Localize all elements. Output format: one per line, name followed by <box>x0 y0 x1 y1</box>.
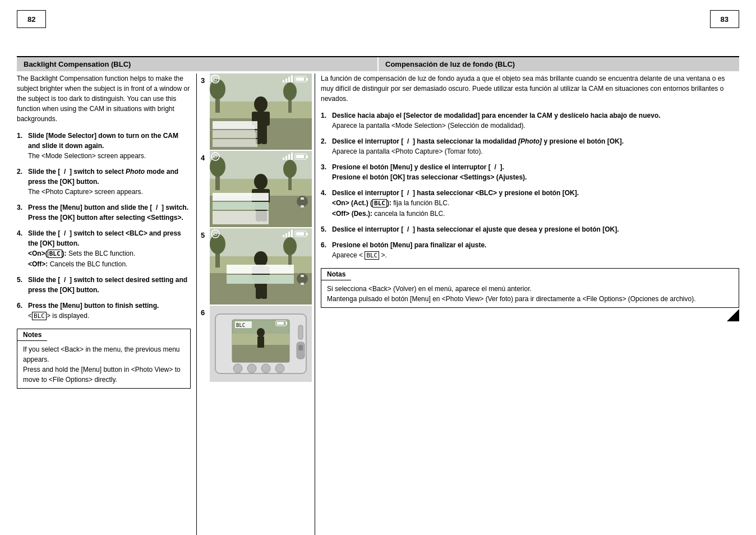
camera-svg-3 <box>210 73 312 150</box>
page-number-left: 82 <box>17 10 46 28</box>
svg-point-61 <box>283 237 297 255</box>
notas-box: Notas Si selecciona <Back> (Volver) en e… <box>321 268 739 308</box>
center-column: 3 <box>196 73 315 535</box>
step-content-4: Slide the [ / ] switch to select <BLC> a… <box>28 228 191 269</box>
right-step-content-3: Presione el botón [Menu] y deslice el in… <box>332 162 739 182</box>
svg-rect-72 <box>296 232 304 236</box>
right-step-title-6: Presione el botón [Menu] para finalizar … <box>332 241 486 249</box>
right-step-num-1: 1. <box>321 110 332 131</box>
right-step-content-5: Deslice el interruptor [ / ] hasta selec… <box>332 224 739 234</box>
svg-text:BLC: BLC <box>236 322 245 328</box>
right-step-sub-2: Aparece la pantalla <Photo Capture> (Tom… <box>332 147 483 155</box>
step-title-5: Slide the [ / ] switch to select desired… <box>28 276 187 294</box>
svg-rect-94 <box>298 325 303 339</box>
notes-title: Notes <box>17 329 47 341</box>
step-title-2: Slide the [ / ] switch to select Photo m… <box>28 168 178 186</box>
notes-box: Notes If you select <Back> in the menu, … <box>17 329 191 389</box>
left-column: The Backlight Compensation function help… <box>17 73 196 535</box>
notas-line-2: Mantenga pulsado el botón [Menu] en <Pho… <box>327 294 733 304</box>
right-step-2: 2. Deslice el interruptor [ / ] hasta se… <box>321 136 739 156</box>
svg-point-99 <box>261 364 270 373</box>
right-steps: 1. Deslice hacia abajo el [Selector de m… <box>321 110 739 260</box>
svg-rect-48 <box>213 193 269 201</box>
svg-rect-76 <box>291 230 293 237</box>
svg-rect-77 <box>227 265 294 274</box>
panel-step-3: 3 <box>200 73 312 150</box>
right-step-content-1: Deslice hacia abajo el [Selector de moda… <box>332 110 739 131</box>
step-num-5: 5. <box>17 275 28 295</box>
svg-rect-24 <box>213 130 257 138</box>
svg-rect-80 <box>301 275 304 277</box>
step-num-1: 1. <box>17 131 28 161</box>
svg-rect-71 <box>306 233 308 236</box>
svg-rect-43 <box>296 155 304 158</box>
step-num-6: 6. <box>17 301 28 321</box>
right-step-num-6: 6. <box>321 240 332 261</box>
step-content-3: Press the [Menu] button and slide the [ … <box>28 202 191 223</box>
svg-rect-42 <box>306 155 308 158</box>
left-step-1: 1. Slide [Mode Selector] down to turn on… <box>17 131 191 161</box>
step-sub-4b: <Off>: Cancels the BLC function. <box>28 260 127 268</box>
right-step-6: 6. Presione el botón [Menu] para finaliz… <box>321 240 739 261</box>
svg-rect-73 <box>283 235 284 237</box>
panel-3-img <box>210 73 312 150</box>
step-sub-4a: <On>(BLC): Sets the BLC function. <box>28 250 135 257</box>
svg-rect-51 <box>213 219 269 224</box>
svg-rect-88 <box>257 336 264 348</box>
svg-rect-49 <box>213 202 269 210</box>
step-num-2: 2. <box>17 167 28 197</box>
right-step-sub-4b: <Off> (Des.): cancela la función BLC. <box>332 210 445 218</box>
step-content-1: Slide [Mode Selector] down to turn on th… <box>28 131 191 161</box>
svg-point-100 <box>275 364 284 373</box>
notas-content: Si selecciona <Back> (Volver) en el menú… <box>321 280 739 307</box>
svg-point-6 <box>283 82 297 100</box>
panel-6-num: 6 <box>201 308 205 317</box>
left-intro: The Backlight Compensation function help… <box>17 73 191 124</box>
svg-point-33 <box>254 174 268 190</box>
main-content: The Backlight Compensation function help… <box>0 73 756 535</box>
svg-rect-75 <box>288 232 290 237</box>
svg-rect-66 <box>256 287 261 299</box>
svg-point-97 <box>233 364 242 373</box>
right-step-title-5: Deslice el interruptor [ / ] hasta selec… <box>332 225 619 233</box>
svg-rect-44 <box>283 158 284 160</box>
panel-step-6: 6 <box>200 306 312 382</box>
page: 82 83 Backlight Compensation (BLC) Compe… <box>0 0 756 535</box>
svg-rect-93 <box>277 322 284 325</box>
svg-point-98 <box>247 364 256 373</box>
step-sub-6: <BLC> is displayed. <box>28 312 89 320</box>
camera-svg-6: BLC <box>210 306 312 382</box>
step-sub-2: The <Photo Capture> screen appears. <box>28 188 143 196</box>
panel-5-num: 5 <box>201 231 205 239</box>
left-step-3: 3. Press the [Menu] button and slide the… <box>17 202 191 223</box>
svg-rect-23 <box>213 121 257 129</box>
right-step-sub-4a: <On> (Act.) (BLC): fija la función BLC. <box>332 199 449 207</box>
svg-rect-92 <box>286 322 287 325</box>
step-num-3: 3. <box>17 202 28 223</box>
step-content-5: Slide the [ / ] switch to select desired… <box>28 275 191 295</box>
svg-point-87 <box>257 328 265 337</box>
right-step-title-1: Deslice hacia abajo el [Selector de moda… <box>332 112 661 119</box>
right-column: La función de compensación de luz de fon… <box>315 73 739 535</box>
svg-rect-10 <box>264 112 270 126</box>
svg-rect-12 <box>261 132 267 144</box>
step-num-4: 4. <box>17 228 28 269</box>
panel-4-img <box>210 151 312 227</box>
svg-rect-46 <box>288 154 290 160</box>
right-step-1: 1. Deslice hacia abajo el [Selector de m… <box>321 110 739 131</box>
section-header-band: Backlight Compensation (BLC) Compensació… <box>17 57 739 71</box>
right-step-title-3b: Presione el botón [OK] tras seleccionar … <box>332 173 527 181</box>
right-step-4: 4. Deslice el interruptor [ / ] hasta se… <box>321 188 739 219</box>
right-step-num-3: 3. <box>321 162 332 182</box>
svg-rect-18 <box>296 77 304 81</box>
left-step-5: 5. Slide the [ / ] switch to select desi… <box>17 275 191 295</box>
right-step-title-3a: Presione el botón [Menu] y deslice el in… <box>332 163 504 171</box>
step-title-3b: Press the [OK] button after selecting <S… <box>28 214 183 222</box>
left-steps: 1. Slide [Mode Selector] down to turn on… <box>17 131 191 321</box>
step-sub-1: The <Mode Selection> screen appears. <box>28 152 146 160</box>
right-step-title-4: Deslice el interruptor [ / ] hasta selec… <box>332 189 579 197</box>
svg-rect-96 <box>298 345 303 350</box>
panel-6-img: BLC <box>210 306 312 382</box>
top-header: 82 83 <box>0 0 756 56</box>
camera-svg-5 <box>210 228 312 305</box>
